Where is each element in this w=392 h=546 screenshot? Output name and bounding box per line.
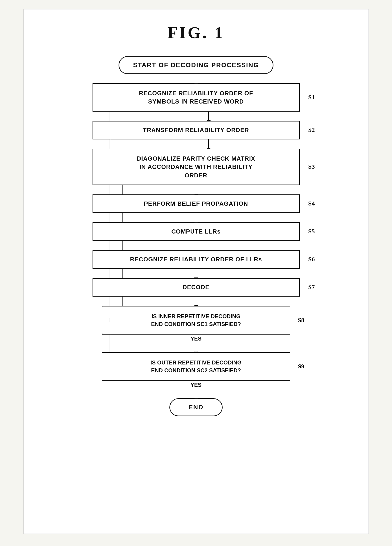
step-s3: DIAGONALIZE PARITY CHECK MATRIXIN ACCORD… [92,149,300,185]
figure-title: FIG. 1 [167,23,224,42]
step-s3-label: S3 [308,163,315,171]
step-s8-label: S8 [298,317,304,324]
arrow-1 [196,74,196,83]
flowchart-container: NO NO START OF DECODING PROCESSING RECOG… [70,56,323,416]
end-row: END [70,398,323,416]
step-s1-row: RECOGNIZE RELIABILITY ORDER OFSYMBOLS IN… [70,83,323,112]
step-s2: TRANSFORM RELIABILITY ORDER S2 [92,121,300,139]
s8-yes-section: YES [190,335,201,352]
start-row: START OF DECODING PROCESSING [70,56,323,74]
step-s5-label: S5 [308,228,315,235]
arrow-6 [196,241,196,250]
step-s1: RECOGNIZE RELIABILITY ORDER OFSYMBOLS IN… [92,83,300,112]
step-s7-label: S7 [308,284,315,291]
step-s7-row: DECODE S7 [70,278,323,297]
step-s2-row: TRANSFORM RELIABILITY ORDER S2 [70,121,323,139]
step-s6-label: S6 [308,256,315,263]
arrow-7 [196,269,196,278]
step-s5-row: COMPUTE LLRs S5 [70,222,323,241]
step-s5: COMPUTE LLRs S5 [92,222,300,241]
step-s6: RECOGNIZE RELIABILITY ORDER OF LLRs S6 [92,250,300,269]
step-s9-label: S9 [298,363,304,370]
arrow-8 [196,297,196,306]
step-s2-label: S2 [308,127,315,133]
step-s4-label: S4 [308,200,315,207]
page: FIG. 1 NO NO START OF DECODING PROCESSIN… [24,9,369,534]
arrow-5 [196,213,196,222]
step-s9: IS OUTER REPETITIVE DECODINGEND CONDITIO… [102,352,290,381]
step-s4: PERFORM BELIEF PROPAGATION S4 [92,195,300,213]
arrow-9 [196,343,196,352]
step-s9-row: IS OUTER REPETITIVE DECODINGEND CONDITIO… [70,352,323,381]
arrow-2 [208,112,209,121]
start-shape: START OF DECODING PROCESSING [118,56,274,74]
end-shape: END [170,398,222,416]
arrow-10 [196,389,196,398]
yes-label-s8: YES [190,335,201,342]
step-s1-label: S1 [308,93,315,101]
yes-label-s9: YES [190,382,201,388]
step-s7: DECODE S7 [92,278,300,297]
arrow-4 [196,185,196,195]
step-s3-row: DIAGONALIZE PARITY CHECK MATRIXIN ACCORD… [70,149,323,185]
arrow-3 [208,139,209,149]
step-s8-row: IS INNER REPETITIVE DECODINGEND CONDITIO… [70,306,323,335]
s9-yes-section: YES [190,381,201,398]
step-s6-row: RECOGNIZE RELIABILITY ORDER OF LLRs S6 [70,250,323,269]
step-s4-row: PERFORM BELIEF PROPAGATION S4 [70,195,323,213]
step-s8: IS INNER REPETITIVE DECODINGEND CONDITIO… [102,306,290,335]
